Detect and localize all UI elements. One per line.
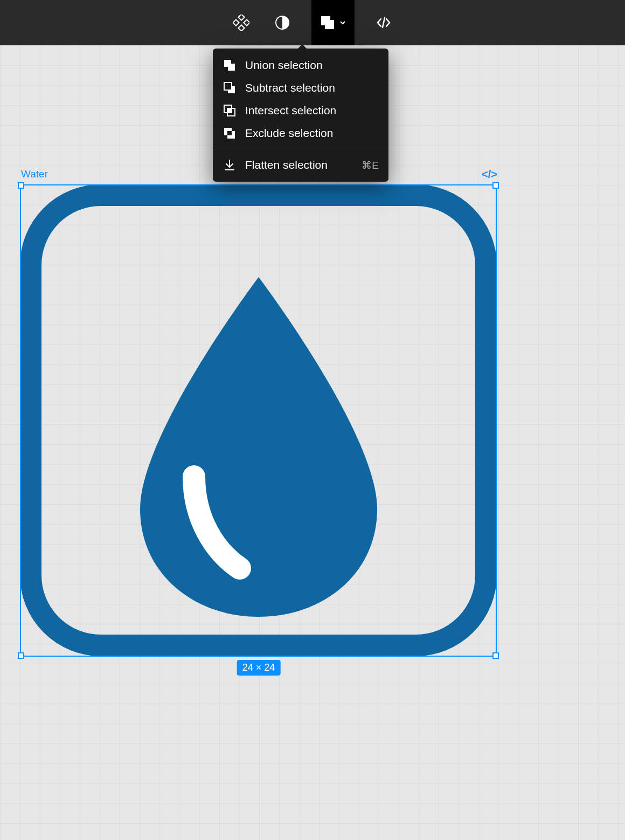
intersect-icon (223, 104, 237, 118)
app-root: Water </> 24 × 24 (0, 0, 625, 840)
menu-item-label: Intersect selection (245, 104, 336, 117)
menu-item-intersect[interactable]: Intersect selection (213, 99, 388, 122)
menu-item-label: Exclude selection (245, 127, 333, 140)
resize-handle-tl[interactable] (18, 182, 24, 189)
components-icon (233, 15, 249, 31)
boolean-tool[interactable] (311, 0, 355, 45)
boolean-dropdown: Union selection Subtract selection (213, 49, 388, 182)
chevron-down-icon (339, 19, 346, 26)
menu-item-exclude[interactable]: Exclude selection (213, 122, 388, 144)
subtract-icon (223, 81, 237, 95)
toolbar (0, 0, 625, 45)
menu-item-subtract[interactable]: Subtract selection (213, 77, 388, 99)
boolean-icon (320, 15, 335, 30)
flatten-icon (223, 158, 237, 172)
code-icon (376, 15, 392, 31)
menu-item-union[interactable]: Union selection (213, 54, 388, 77)
mask-icon (275, 15, 290, 30)
menu-separator (213, 149, 388, 149)
resize-handle-br[interactable] (492, 652, 499, 659)
svg-rect-1 (233, 19, 239, 25)
resize-handle-bl[interactable] (18, 652, 24, 659)
menu-item-label: Union selection (245, 59, 323, 72)
selection-code-badge[interactable]: </> (482, 168, 497, 181)
svg-rect-6 (325, 20, 334, 29)
menu-item-shortcut: ⌘E (362, 159, 379, 171)
menu-item-flatten[interactable]: Flatten selection ⌘E (213, 154, 388, 176)
menu-item-label: Flatten selection (245, 159, 328, 171)
svg-rect-13 (227, 108, 232, 113)
menu-item-label: Subtract selection (245, 81, 335, 94)
components-tool[interactable] (230, 11, 253, 35)
svg-rect-0 (238, 15, 244, 20)
svg-rect-9 (224, 82, 232, 90)
svg-rect-2 (244, 19, 249, 25)
resize-handle-tr[interactable] (492, 182, 499, 189)
selection-dimensions: 24 × 24 (237, 660, 281, 676)
union-icon (223, 58, 237, 72)
svg-rect-3 (238, 25, 244, 31)
exclude-icon (223, 126, 237, 140)
selection-label[interactable]: Water (21, 168, 48, 180)
mask-tool[interactable] (270, 11, 294, 35)
code-tool[interactable] (372, 11, 395, 35)
selection-bounds[interactable] (20, 184, 497, 657)
